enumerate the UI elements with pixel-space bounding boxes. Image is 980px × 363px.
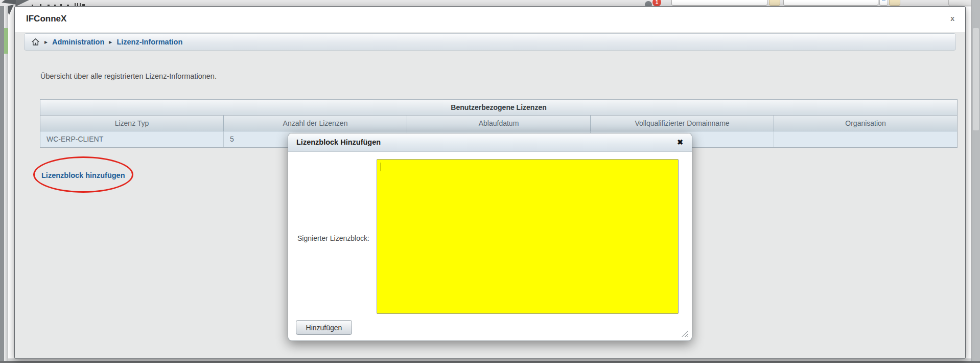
signed-license-field-wrap [377, 159, 679, 314]
add-license-block-link[interactable]: Lizenzblock hinzufügen [41, 171, 125, 179]
table-caption: Benutzerbezogene Lizenzen [40, 100, 957, 116]
window-title: IFConneX [26, 14, 66, 24]
column-header-domainname: Vollqualifizierter Domainname [590, 116, 774, 131]
background-sidebar-edge [4, 6, 8, 363]
resize-grip-icon[interactable] [682, 330, 688, 337]
background-search-input-1[interactable] [671, 0, 767, 6]
column-header-lizenz-typ: Lizenz Typ [40, 116, 223, 131]
dialog-title: Lizenzblock Hinzufügen [296, 138, 381, 146]
cell-organisation [774, 131, 957, 147]
page-bottom-edge [0, 361, 980, 363]
window-titlebar: IFConneX x [15, 7, 965, 32]
breadcrumb: ▸ Administration ▸ Lizenz-Information [24, 33, 956, 51]
notification-bell-icon[interactable] [645, 1, 652, 6]
dialog-close-icon[interactable]: ✖ [675, 138, 685, 147]
column-header-anzahl: Anzahl der Lizenzen [223, 116, 407, 131]
cell-lizenz-typ: WC-ERP-CLIENT [40, 131, 223, 147]
breadcrumb-item-administration[interactable]: Administration [52, 38, 104, 46]
signed-license-textarea[interactable] [377, 159, 679, 314]
background-search-button-1[interactable] [769, 0, 780, 6]
page-scrollbar[interactable] [971, 0, 980, 363]
sidebar-green-item[interactable] [4, 28, 8, 54]
column-header-ablaufdatum: Ablaufdatum [407, 116, 590, 131]
background-sidebar [0, 6, 4, 363]
scrollbar-thumb[interactable] [973, 28, 979, 130]
background-icon-button[interactable] [879, 0, 888, 6]
intro-text: Übersicht über alle registrierten Lizenz… [40, 72, 217, 80]
screen: 1 IFConneX x [0, 0, 980, 363]
breadcrumb-item-lizenz-information[interactable]: Lizenz-Information [116, 38, 182, 46]
window-close-button[interactable]: x [948, 13, 957, 24]
breadcrumb-separator-icon: ▸ [109, 38, 112, 46]
add-license-dialog: Lizenzblock Hinzufügen ✖ Signierter Lize… [288, 133, 692, 341]
home-icon[interactable] [31, 38, 40, 46]
background-search-button-2[interactable] [889, 0, 900, 6]
blue-glyph-icon [882, 0, 885, 1]
breadcrumb-separator-icon: ▸ [44, 38, 48, 46]
add-button[interactable]: Hinzufügen [296, 320, 352, 335]
signed-license-label: Signierter Lizenzblock: [297, 234, 369, 242]
background-search-input-2[interactable] [783, 0, 878, 6]
table-header-row: Lizenz Typ Anzahl der Lizenzen Ablaufdat… [40, 116, 957, 131]
dialog-titlebar[interactable]: Lizenzblock Hinzufügen ✖ [288, 133, 692, 152]
column-header-organisation: Organisation [774, 116, 957, 131]
